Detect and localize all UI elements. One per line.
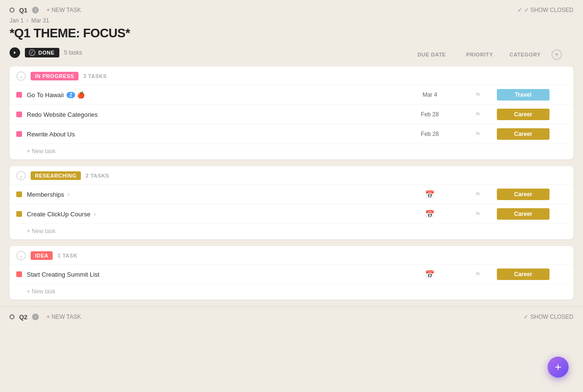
svg-rect-2 [11, 315, 13, 318]
done-badge: ✓ DONE [25, 48, 59, 57]
task-bullet [16, 131, 22, 137]
task-category: Career [497, 128, 549, 140]
calendar-icon: 📅 [425, 270, 435, 279]
status-group-in-progress: ⌄IN PROGRESS3 TASKSGo To Hawaii2🍎Mar 4⚑T… [10, 67, 573, 159]
q2-left: Q2 i + NEW TASK [10, 313, 84, 321]
date-from: Jan 1 [10, 17, 23, 24]
collapse-button-researching[interactable]: ⌄ [16, 171, 26, 180]
add-column-button[interactable]: + [551, 49, 562, 60]
task-bullet [16, 191, 22, 197]
col-header-add: + [551, 49, 569, 60]
task-name-text: Rewrite About Us [27, 131, 75, 138]
task-due-date: Feb 28 [401, 111, 459, 118]
task-category: Travel [497, 89, 549, 101]
task-name-text: Create ClickUp Course [27, 211, 90, 218]
task-name-text: Go To Hawaii [27, 91, 64, 99]
task-emoji-badge: 🍎 [77, 91, 85, 99]
status-tasks-count-idea: 1 TASK [57, 253, 77, 258]
q1-title: *Q1 THEME: FOCUS* [10, 26, 573, 41]
q1-header-left: Q1 i + NEW TASK [10, 6, 84, 14]
task-row[interactable]: Go To Hawaii2🍎Mar 4⚑Travel [10, 85, 573, 104]
task-due-date: 📅 [401, 190, 459, 199]
q2-new-task-button[interactable]: + NEW TASK [44, 313, 84, 321]
status-group-header-in-progress: ⌄IN PROGRESS3 TASKS [10, 67, 573, 85]
priority-flag-icon: ⚑ [475, 270, 481, 278]
task-due-date: Feb 28 [401, 131, 459, 137]
new-task-button-in-progress[interactable]: + New task [10, 144, 573, 159]
task-category: Career [497, 189, 549, 200]
task-priority: ⚑ [459, 270, 497, 279]
category-badge: Career [497, 109, 549, 120]
new-task-button-idea[interactable]: + New task [10, 284, 573, 300]
fab-add-button[interactable]: + [548, 357, 569, 378]
category-badge: Career [497, 128, 549, 140]
col-header-category: CATEGORY [499, 52, 551, 57]
col-header-priority: PRIORITY [460, 52, 499, 57]
collapse-button-idea[interactable]: ⌄ [16, 251, 26, 260]
category-badge: Career [497, 269, 549, 280]
priority-flag-icon: ⚑ [475, 190, 481, 198]
q1-toggle[interactable] [10, 8, 14, 12]
q1-label: Q1 [19, 7, 27, 14]
status-badge-idea: IDEA [31, 251, 53, 260]
collapse-button-in-progress[interactable]: ⌄ [16, 71, 26, 81]
category-badge: Travel [497, 89, 549, 101]
main-container: Q1 i + NEW TASK ✓ ✓ SHOW CLOSED Jan 1 › … [0, 0, 583, 327]
priority-flag-icon: ⚑ [475, 111, 481, 118]
status-group-header-idea: ⌄IDEA1 TASK [10, 246, 573, 264]
status-group-header-researching: ⌄RESEARCHING2 TASKS [10, 166, 573, 184]
task-priority: ⚑ [459, 190, 497, 199]
q2-show-closed-button[interactable]: ✓ SHOW CLOSED [524, 314, 573, 320]
new-task-button-researching[interactable]: + New task [10, 224, 573, 239]
q1-section: Q1 i + NEW TASK ✓ ✓ SHOW CLOSED Jan 1 › … [0, 0, 583, 300]
priority-flag-icon: ⚑ [475, 91, 481, 99]
task-category: Career [497, 208, 549, 220]
task-row[interactable]: Memberships≡📅⚑Career [10, 184, 573, 204]
status-tasks-count-researching: 2 TASKS [86, 173, 109, 179]
priority-flag-icon: ⚑ [475, 210, 481, 218]
calendar-icon: 📅 [425, 190, 435, 199]
task-category: Career [497, 109, 549, 120]
task-due-date: 📅 [401, 210, 459, 219]
category-badge: Career [497, 189, 549, 200]
q2-label: Q2 [19, 314, 27, 321]
task-row[interactable]: Rewrite About UsFeb 28⚑Career [10, 124, 573, 144]
done-toggle-button[interactable] [10, 47, 20, 58]
q1-new-task-button[interactable]: + NEW TASK [44, 6, 84, 14]
task-priority: ⚑ [459, 110, 497, 119]
status-tasks-count-in-progress: 3 TASKS [83, 73, 107, 79]
calendar-icon: 📅 [425, 210, 435, 218]
task-due-date: Mar 4 [401, 91, 459, 98]
task-row[interactable]: Start Creating Summit List📅⚑Career [10, 264, 573, 284]
task-priority: ⚑ [459, 210, 497, 218]
task-name-text: Start Creating Summit List [27, 271, 100, 278]
q1-date-range: Jan 1 › Mar 31 [10, 17, 573, 24]
task-due-date: 📅 [401, 270, 459, 279]
fab-plus-icon: + [555, 361, 561, 373]
task-priority: ⚑ [459, 130, 497, 138]
q2-info-icon[interactable]: i [32, 314, 39, 320]
task-row[interactable]: Redo Website CategoriesFeb 28⚑Career [10, 104, 573, 124]
done-group: ✓ DONE 5 tasks [10, 47, 82, 58]
q2-toggle[interactable] [10, 314, 14, 319]
col-header-due-date: DUE DATE [403, 52, 460, 57]
q1-info-icon[interactable]: i [32, 7, 39, 13]
svg-rect-0 [11, 9, 13, 11]
task-filter-icon[interactable]: ≡ [67, 191, 70, 197]
q2-bar: Q2 i + NEW TASK ✓ SHOW CLOSED [0, 306, 583, 327]
task-count-badge: 2 [67, 92, 75, 98]
q1-show-closed-button[interactable]: ✓ ✓ SHOW CLOSED [517, 7, 573, 13]
date-separator: › [26, 17, 28, 24]
priority-flag-icon: ⚑ [475, 130, 481, 138]
task-priority: ⚑ [459, 90, 497, 99]
status-badge-in-progress: IN PROGRESS [31, 72, 78, 80]
svg-marker-1 [14, 51, 16, 54]
q2-checkmark-icon: ✓ [524, 314, 528, 320]
done-check-icon: ✓ [29, 49, 35, 56]
checkmark-icon: ✓ [517, 7, 522, 13]
groups-container: ⌄IN PROGRESS3 TASKSGo To Hawaii2🍎Mar 4⚑T… [10, 67, 573, 300]
task-filter-icon[interactable]: ≡ [93, 211, 96, 217]
task-category: Career [497, 269, 549, 280]
done-tasks-count: 5 tasks [64, 49, 82, 56]
task-row[interactable]: Create ClickUp Course≡📅⚑Career [10, 204, 573, 224]
